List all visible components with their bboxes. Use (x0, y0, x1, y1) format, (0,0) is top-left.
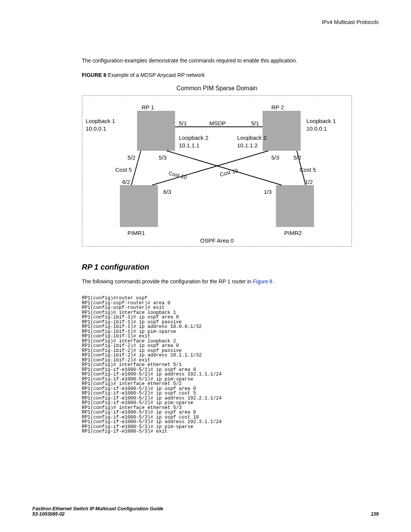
label-loopback1-left-1: Loopback 1 (86, 118, 115, 124)
label-port-63: 6/3 (163, 189, 171, 195)
label-loopback1-left-2: 10.0.0.1 (86, 125, 106, 132)
footer-doc-number: 53-1003085-02 (32, 511, 163, 517)
header-section-title: IPv4 Multicast Protocols (82, 19, 379, 25)
label-port-51-right: 5/1 (251, 120, 259, 126)
label-pimr1: PIMR1 (127, 230, 145, 236)
label-port-53-left: 5/3 (159, 154, 167, 161)
label-loopback2-left-1: Loopback 2 (179, 134, 209, 141)
label-port-52-left: 5/2 (127, 154, 135, 161)
label-ospf-area: OSPF Area 0 (82, 237, 352, 244)
footer-page-number: 139 (371, 511, 379, 517)
node-pimr1 (120, 185, 158, 227)
figure-label: FIGURE 8 (82, 72, 107, 78)
label-port-13: 1/3 (264, 189, 272, 195)
footer-left: FastIron Ethernet Switch IP Multicast Co… (32, 506, 163, 517)
label-loopback1-right-2: 10.0.0.1 (306, 125, 327, 132)
label-loopback2-right-1: Loopback 2 (237, 134, 267, 141)
footer-doc-title: FastIron Ethernet Switch IP Multicast Co… (32, 506, 163, 511)
intro-paragraph: The configuration examples demonstrate t… (82, 58, 379, 64)
node-rp1 (137, 111, 175, 151)
label-rp2: RP 2 (271, 104, 284, 110)
label-rp1: RP 1 (142, 104, 154, 110)
label-msdp: MSDP (209, 120, 226, 126)
figure-link[interactable]: Figure 8 (253, 278, 272, 284)
label-cost5-left: Cost 5 (115, 166, 132, 173)
diagram: Common PIM Sparse Domain RP 1 RP 2 Loopb… (82, 85, 352, 247)
label-port-52-right: 5/2 (293, 154, 301, 161)
label-loopback2-left-2: 10.1.1.1 (179, 142, 199, 149)
label-cost5-right: Cost 5 (299, 166, 316, 173)
label-port-62: 6/2 (122, 179, 130, 185)
label-loopback1-right-1: Loopback 1 (306, 118, 336, 124)
section-paragraph: The following commands provide the confi… (82, 278, 379, 284)
code-block-rp1-config: RP1(config)#router ospf RP1(config-ospf-… (82, 296, 379, 434)
node-rp2 (263, 111, 301, 151)
label-port-12: 1/2 (305, 179, 313, 185)
section-para-post: . (272, 278, 276, 284)
section-heading-rp1: RP 1 configuration (82, 263, 379, 272)
label-port-53-right: 5/3 (271, 154, 279, 161)
figure-title: Example of a MDSP Anycast RP network (108, 72, 205, 78)
label-pimr2: PIMR2 (284, 230, 302, 236)
section-para-pre: The following commands provide the confi… (82, 278, 253, 284)
label-port-51-left: 5/1 (179, 120, 187, 126)
page-footer: FastIron Ethernet Switch IP Multicast Co… (32, 506, 379, 517)
node-pimr2 (276, 185, 314, 227)
diagram-title: Common PIM Sparse Domain (82, 85, 352, 92)
figure-caption: FIGURE 8 Example of a MDSP Anycast RP ne… (82, 72, 379, 78)
label-loopback2-right-2: 10.1.1.2 (237, 142, 258, 149)
